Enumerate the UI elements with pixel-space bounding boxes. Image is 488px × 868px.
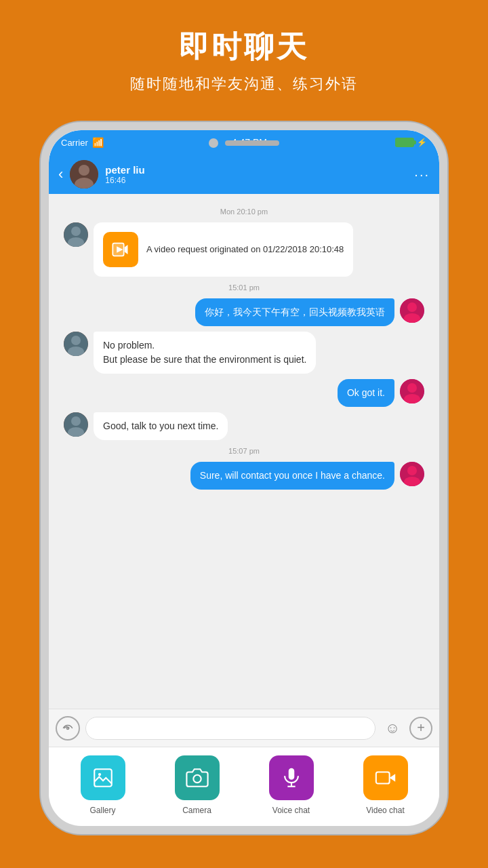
voice-chat-icon-box — [269, 755, 314, 800]
sender-avatar — [64, 222, 88, 247]
message-input[interactable] — [85, 717, 375, 740]
svg-point-10 — [407, 302, 417, 312]
microphone-icon — [280, 766, 303, 789]
more-button[interactable]: ··· — [414, 167, 430, 182]
status-left: Carrier 📶 — [61, 137, 104, 148]
phone-speaker — [225, 140, 279, 146]
gallery-label: Gallery — [89, 806, 115, 815]
phone-screen: Carrier 📶 4:47 PM ⚡ ‹ — [49, 130, 439, 826]
video-icon-box — [103, 232, 138, 267]
camera-label: Camera — [182, 806, 211, 815]
avatar-img — [64, 332, 88, 356]
gallery-button[interactable]: Gallery — [81, 755, 125, 815]
message-row: Ok got it. — [58, 379, 430, 407]
status-right: ⚡ — [395, 138, 427, 147]
play-icon — [111, 240, 130, 259]
video-chat-button[interactable]: Video chat — [363, 755, 408, 815]
main-subtitle: 随时随地和学友沟通、练习外语 — [14, 74, 474, 94]
timestamp-2: 15:01 pm — [58, 283, 430, 292]
voice-wave-icon — [62, 722, 74, 734]
svg-point-4 — [71, 226, 81, 236]
camera-icon-box — [175, 755, 220, 800]
sender-avatar — [64, 412, 88, 437]
voice-chat-label: Voice chat — [272, 806, 310, 815]
svg-point-13 — [71, 336, 81, 345]
add-button[interactable]: + — [409, 717, 432, 740]
voice-chat-button[interactable]: Voice chat — [269, 755, 314, 815]
svg-rect-31 — [375, 772, 389, 784]
top-header: 即时聊天 随时随地和学友沟通、练习外语 — [0, 0, 488, 115]
bubble-outgoing: Sure, will contact you once I have a cha… — [190, 462, 394, 490]
phone-mockup: Carrier 📶 4:47 PM ⚡ ‹ — [41, 122, 447, 834]
bubble-outgoing: Ok got it. — [338, 379, 394, 407]
bubble-incoming: Good, talk to you next time. — [94, 412, 228, 440]
avatar-img — [64, 412, 88, 437]
phone-top-notch — [209, 130, 279, 148]
plus-icon: + — [417, 720, 425, 736]
nav-bar: ‹ peter liu 16:46 ··· — [49, 155, 439, 194]
message-row: 你好，我今天下午有空，回头视频教我英语 — [58, 298, 430, 326]
bubble-outgoing: 你好，我今天下午有空，回头视频教我英语 — [195, 298, 394, 326]
main-title: 即时聊天 — [14, 27, 474, 67]
svg-point-16 — [407, 383, 417, 393]
wifi-icon: 📶 — [92, 137, 104, 148]
back-button[interactable]: ‹ — [58, 165, 63, 183]
video-request-card: A video request originated on 01/22/2018… — [94, 222, 353, 277]
message-row: No problem.But please be sure that the e… — [58, 332, 430, 374]
video-icon — [374, 766, 397, 789]
charging-icon: ⚡ — [417, 138, 427, 147]
svg-point-1 — [79, 165, 89, 176]
bottom-toolbar: Gallery Camera — [49, 747, 439, 826]
input-area: ☺ + — [49, 709, 439, 747]
phone-camera — [209, 138, 218, 148]
contact-avatar — [70, 160, 98, 189]
carrier-label: Carrier — [61, 138, 88, 148]
camera-button[interactable]: Camera — [175, 755, 220, 815]
svg-point-26 — [98, 773, 100, 776]
message-row: A video request originated on 01/22/2018… — [58, 222, 430, 277]
my-avatar — [400, 462, 424, 486]
contact-status: 16:46 — [105, 176, 414, 185]
emoji-icon: ☺ — [385, 719, 400, 737]
sender-avatar — [64, 332, 88, 356]
svg-point-24 — [67, 727, 69, 729]
message-row: Sure, will contact you once I have a cha… — [58, 462, 430, 490]
contact-name: peter liu — [105, 164, 414, 176]
gallery-icon — [92, 766, 115, 789]
timestamp-1: Mon 20:10 pm — [58, 208, 430, 216]
avatar-img — [64, 222, 88, 247]
avatar-img — [70, 160, 98, 189]
camera-icon — [186, 766, 209, 789]
emoji-button[interactable]: ☺ — [381, 717, 404, 740]
video-chat-label: Video chat — [366, 806, 405, 815]
avatar-img — [400, 462, 424, 486]
contact-info: peter liu 16:46 — [105, 164, 414, 185]
battery-icon — [395, 138, 414, 147]
my-avatar — [400, 379, 424, 403]
svg-point-22 — [407, 466, 417, 475]
video-chat-icon-box — [363, 755, 408, 800]
timestamp-3: 15:07 pm — [58, 447, 430, 455]
video-request-text: A video request originated on 01/22/2018… — [146, 243, 344, 256]
svg-rect-28 — [288, 768, 294, 780]
svg-point-19 — [71, 416, 81, 426]
bubble-incoming: No problem.But please be sure that the e… — [94, 332, 316, 374]
gallery-icon-box — [81, 755, 125, 800]
svg-point-27 — [193, 775, 201, 783]
avatar-img — [400, 379, 424, 403]
svg-rect-25 — [94, 769, 112, 787]
voice-input-button[interactable] — [56, 716, 80, 741]
chat-area: Mon 20:10 pm — [49, 194, 439, 709]
my-avatar — [400, 298, 424, 323]
avatar-img — [400, 298, 424, 323]
message-row: Good, talk to you next time. — [58, 412, 430, 440]
